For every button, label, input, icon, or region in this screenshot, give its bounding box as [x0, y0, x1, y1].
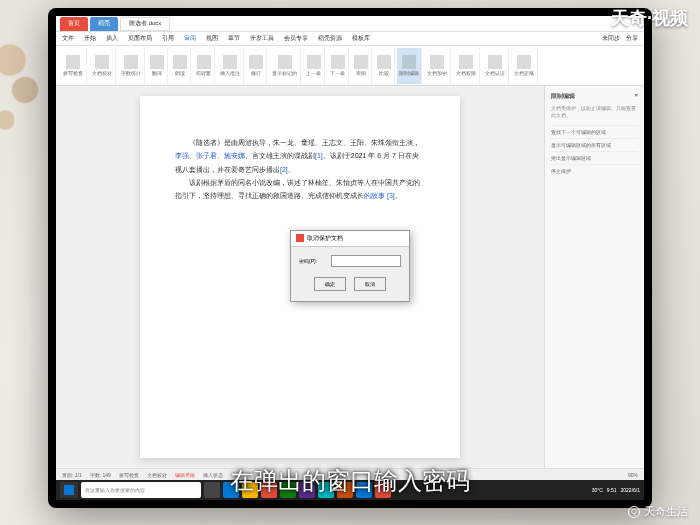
start-button[interactable] — [60, 482, 78, 498]
tab-document[interactable]: 随选者.docx — [120, 17, 170, 31]
zoom-level[interactable]: 90% — [628, 472, 638, 478]
menu-templates[interactable]: 模板库 — [352, 34, 370, 43]
status-insert: 插入状态 — [203, 472, 223, 478]
status-locked: 编辑受限 — [175, 472, 195, 478]
tool-spellcheck[interactable]: 拼写检查 — [60, 48, 87, 84]
screen: 首页 稻壳 随选者.docx 文件 开始 插入 页面布局 引用 审阅 视图 章节… — [56, 16, 644, 500]
tool-permission[interactable]: 文档权限 — [453, 48, 480, 84]
windows-icon — [64, 485, 74, 495]
password-label: 密码(P): — [299, 258, 327, 264]
tool-encrypt[interactable]: 文档加密 — [424, 48, 451, 84]
cancel-button[interactable]: 取消 — [354, 277, 386, 291]
taskbar-cortana-icon[interactable] — [204, 482, 220, 498]
watermark-bottom: Q 天奇生活 — [628, 504, 688, 519]
tool-restrict-edit[interactable]: 限制编辑 — [397, 48, 422, 84]
panel-close-icon[interactable]: × — [634, 92, 638, 101]
tray-time[interactable]: 9:51 — [607, 487, 617, 493]
status-spell[interactable]: 拼写检查 — [119, 472, 139, 478]
tool-read[interactable]: 朗读 — [170, 48, 191, 84]
menu-chapter[interactable]: 章节 — [228, 34, 240, 43]
menu-bar: 文件 开始 插入 页面布局 引用 审阅 视图 章节 开发工具 会员专享 稻壳资源… — [56, 32, 644, 46]
status-words: 字数: 149 — [90, 472, 111, 478]
password-input[interactable] — [331, 255, 401, 267]
panel-item-showall[interactable]: 显示可编辑区域的所有区域 — [551, 138, 638, 151]
sync-status[interactable]: 未同步 — [602, 34, 620, 43]
menu-view[interactable]: 视图 — [206, 34, 218, 43]
magnifier-icon: Q — [628, 506, 640, 518]
tool-compare[interactable]: 比较 — [374, 48, 395, 84]
share-button[interactable]: 分享 — [626, 34, 638, 43]
status-page: 页面: 1/1 — [62, 472, 82, 478]
workspace: 《随选者》是由周游执导，朱一龙、童瑶、王志文、王阳、朱珠领衔主演，李强、张子君、… — [56, 86, 644, 468]
dialog-titlebar: 取消保护文档 — [291, 231, 409, 247]
tool-proofread[interactable]: 文档校对 — [89, 48, 116, 84]
tool-next[interactable]: 下一条 — [327, 48, 349, 84]
menu-review[interactable]: 审阅 — [184, 34, 196, 43]
dialog-icon — [296, 234, 304, 242]
menu-vip[interactable]: 会员专享 — [284, 34, 308, 43]
decorative-wheat — [0, 40, 50, 240]
tool-review[interactable]: 审阅 — [351, 48, 372, 84]
restrict-edit-panel: 限制编辑× 文档受保护，以防止误编辑。只能查看此文档。 查找下一个可编辑的区域 … — [544, 86, 644, 468]
menu-file[interactable]: 文件 — [62, 34, 74, 43]
dialog-title-text: 取消保护文档 — [307, 234, 343, 243]
unprotect-dialog: 取消保护文档 密码(P): 确定 取消 — [290, 230, 410, 302]
menu-insert[interactable]: 插入 — [106, 34, 118, 43]
paragraph-1: 《随选者》是由周游执导，朱一龙、童瑶、王志文、王阳、朱珠领衔主演，李强、张子君、… — [175, 136, 425, 176]
tool-revision[interactable]: 修订 — [246, 48, 267, 84]
weather-widget[interactable]: 30°C — [592, 487, 603, 493]
tab-home[interactable]: 首页 — [60, 17, 88, 31]
panel-item-next[interactable]: 查找下一个可编辑的区域 — [551, 125, 638, 138]
menu-start[interactable]: 开始 — [84, 34, 96, 43]
panel-stop-protect[interactable]: 停止保护 — [551, 164, 638, 177]
monitor-frame: 首页 稻壳 随选者.docx 文件 开始 插入 页面布局 引用 审阅 视图 章节… — [48, 8, 652, 508]
menu-resources[interactable]: 稻壳资源 — [318, 34, 342, 43]
tool-wordcount[interactable]: 字数统计 — [118, 48, 145, 84]
video-subtitle: 在弹出的窗口输入密码 — [230, 465, 470, 497]
tray-date[interactable]: 2022/6/1 — [621, 487, 640, 493]
tab-docer[interactable]: 稻壳 — [90, 17, 118, 31]
ok-button[interactable]: 确定 — [314, 277, 346, 291]
tool-translate[interactable]: 翻译 — [147, 48, 168, 84]
tool-simplified[interactable]: 简转繁 — [193, 48, 215, 84]
window-titlebar: 首页 稻壳 随选者.docx — [56, 16, 644, 32]
tool-comment[interactable]: 插入批注 — [217, 48, 244, 84]
ribbon-toolbar: 拼写检查 文档校对 字数统计 翻译 朗读 简转繁 插入批注 修订 显示标记的 上… — [56, 46, 644, 86]
paragraph-2: 该剧根据茅盾的同名小说改编，讲述了林楠笙、朱怡贞等人在中国共产党的指引下，坚持理… — [175, 176, 425, 203]
watermark-top: 天奇·视频 — [611, 6, 688, 30]
tool-showmarks[interactable]: 显示标记的 — [269, 48, 301, 84]
system-tray[interactable]: 30°C 9:51 2022/6/1 — [592, 487, 640, 493]
menu-reference[interactable]: 引用 — [162, 34, 174, 43]
menu-layout[interactable]: 页面布局 — [128, 34, 152, 43]
status-proof[interactable]: 文档校对 — [147, 472, 167, 478]
panel-description: 文档受保护，以防止误编辑。只能查看此文档。 — [551, 105, 638, 119]
tool-finalize[interactable]: 文档定稿 — [511, 48, 538, 84]
tool-cert[interactable]: 文档认证 — [482, 48, 509, 84]
taskbar-search[interactable]: 在这里输入你要搜索的内容 — [81, 482, 201, 498]
menu-devtools[interactable]: 开发工具 — [250, 34, 274, 43]
panel-item-highlight[interactable]: 突出显示编辑区域 — [551, 151, 638, 164]
tool-prev[interactable]: 上一条 — [303, 48, 325, 84]
panel-title: 限制编辑 — [551, 92, 575, 101]
